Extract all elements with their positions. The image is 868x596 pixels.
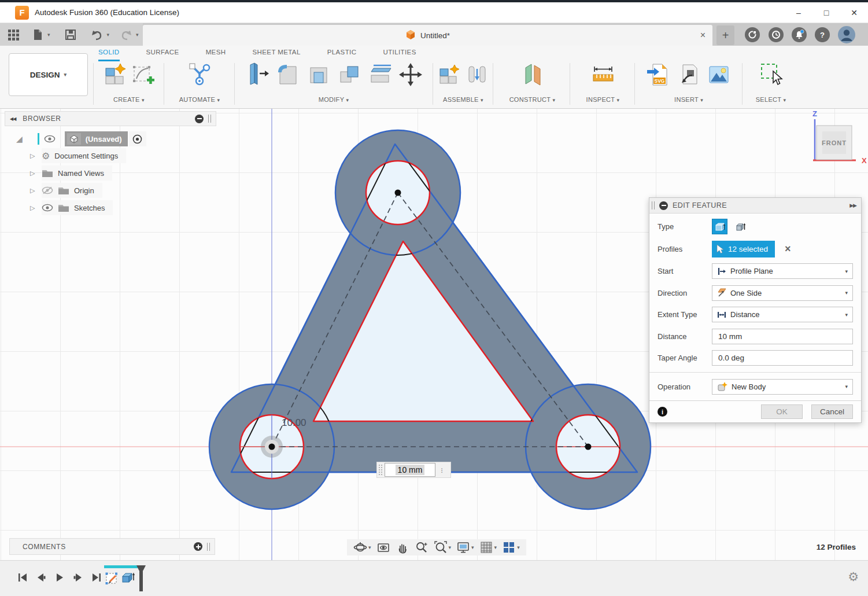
user-avatar[interactable] [838,26,855,43]
tab-solid[interactable]: SOLID [98,49,120,61]
dimension-options-icon[interactable]: ⁝ [435,466,448,474]
dialog-grip[interactable] [652,201,655,209]
job-status-clock-icon[interactable] [769,27,784,42]
clear-selection-icon[interactable]: × [785,244,791,254]
sidebar-item-named-views[interactable]: ▷ Named Views [5,164,216,182]
pan-tool[interactable] [394,540,411,554]
go-to-end-button[interactable] [89,570,104,585]
workspace-selector[interactable]: DESIGN ▾ [9,53,88,96]
notifications-bell-icon[interactable] [792,27,807,42]
app-grid-icon[interactable] [7,28,20,41]
orbit-tool[interactable]: ▾ [352,540,373,554]
select-tool-icon[interactable] [758,62,784,87]
insert-svg-icon[interactable]: SVG [646,62,671,87]
group-label-assemble[interactable]: ASSEMBLE ▾ [435,96,492,103]
view-cube-label[interactable]: FRONT [822,139,847,146]
browser-header[interactable]: ◀◀ BROWSER [5,111,216,126]
tab-utilities[interactable]: UTILITIES [383,49,416,61]
dialog-minimize-icon[interactable] [659,201,668,210]
joint-icon[interactable] [464,62,490,87]
center-point[interactable] [395,190,401,196]
fillet-icon[interactable] [275,62,301,87]
group-label-select[interactable]: SELECT ▾ [745,96,797,103]
construct-plane-icon[interactable] [520,62,545,87]
window-minimize-button[interactable]: – [785,3,812,23]
new-tab-button[interactable]: + [716,25,734,45]
operation-dropdown[interactable]: New Body ▾ [712,379,853,395]
combine-icon[interactable] [337,62,362,87]
redo-caret-icon[interactable]: ▾ [136,32,139,38]
direction-dropdown[interactable]: One Side ▾ [712,285,853,301]
derive-icon[interactable] [676,62,701,87]
view-cube[interactable]: FRONT Z X [812,109,867,165]
browser-collapse-icon[interactable]: ◀◀ [10,116,16,122]
timeline-playhead[interactable] [136,565,146,591]
play-button[interactable] [52,570,67,585]
profiles-selection-chip[interactable]: 12 selected [712,241,775,257]
timeline-settings-gear-icon[interactable]: ⚙ [848,570,859,584]
timeline-sketch-feature[interactable] [104,570,120,590]
look-at-tool[interactable] [375,540,392,554]
group-label-construct[interactable]: CONSTRUCT ▾ [496,96,568,103]
dimension-label[interactable]: 10.00 [282,417,306,428]
timeline-extrude-feature[interactable] [120,570,136,590]
group-label-create[interactable]: CREATE ▾ [95,96,163,103]
visibility-eye-icon[interactable] [44,135,56,143]
cancel-button[interactable]: Cancel [811,404,853,419]
group-label-inspect[interactable]: INSPECT ▾ [572,96,633,103]
new-component-icon[interactable] [437,62,462,87]
sidebar-item-document-settings[interactable]: ▷ ⚙ Document Settings [5,147,216,164]
sketch-origin[interactable] [261,436,283,458]
tab-sheet-metal[interactable]: SHEET METAL [252,49,300,61]
dimension-input[interactable]: 10 mm [385,463,435,477]
sidebar-item-origin[interactable]: ▷ Origin [5,182,216,199]
browser-grip[interactable] [208,115,211,123]
window-maximize-button[interactable]: □ [812,3,840,23]
root-document[interactable]: (Unsaved) [65,131,128,146]
extensions-icon[interactable] [745,27,760,42]
comments-grip[interactable] [207,543,210,551]
dimension-drag-handle[interactable] [378,464,383,476]
step-forward-button[interactable] [71,570,86,585]
center-point[interactable] [585,444,592,450]
fit-view-tool[interactable]: ▾ [432,540,453,554]
file-menu-caret-icon[interactable]: ▾ [47,32,50,38]
file-menu-icon[interactable] [31,28,44,41]
expand-chevron-icon[interactable]: ▷ [30,170,37,177]
move-copy-icon[interactable] [398,62,423,87]
expand-chevron-icon[interactable]: ▷ [30,152,37,160]
comments-panel-header[interactable]: COMMENTS [9,538,215,555]
expand-chevron-icon[interactable]: ▷ [30,204,37,212]
document-tab[interactable]: Untitled* × [143,25,712,46]
visibility-eye-icon[interactable] [42,204,53,212]
group-label-modify[interactable]: MODIFY ▾ [236,96,431,103]
help-icon[interactable]: ? [815,27,830,42]
measure-icon[interactable] [590,62,616,87]
browser-minimize-icon[interactable] [195,115,204,123]
group-label-insert[interactable]: INSERT ▾ [637,96,740,103]
automate-icon[interactable] [187,62,212,87]
sidebar-item-sketches[interactable]: ▷ Sketches [5,199,216,216]
step-back-button[interactable] [34,570,49,585]
root-expand-icon[interactable]: ◢ [16,134,23,144]
new-solid-icon[interactable] [102,62,128,87]
type-extrude-solid-button[interactable] [712,219,727,234]
ok-button[interactable]: OK [761,404,803,419]
canvas-image-icon[interactable] [706,62,732,87]
shell-icon[interactable] [306,62,331,87]
distance-input[interactable] [712,329,853,344]
tab-plastic[interactable]: PLASTIC [327,49,357,61]
tab-mesh[interactable]: MESH [206,49,226,61]
press-pull-icon[interactable] [245,62,270,87]
expand-chevron-icon[interactable]: ▷ [30,187,37,194]
grid-snap-tool[interactable]: ▾ [478,540,499,554]
extent-type-dropdown[interactable]: Distance ▾ [712,307,853,322]
save-icon[interactable] [64,28,77,41]
visibility-off-eye-icon[interactable] [42,186,53,194]
undo-caret-icon[interactable]: ▾ [107,32,110,38]
activate-component-icon[interactable] [129,131,146,146]
create-sketch-icon[interactable] [130,62,156,87]
model-canvas[interactable]: 10.00 FRONT Z X ◀◀ BROWSER ◢ [0,109,868,560]
dialog-header[interactable]: EDIT FEATURE ▶▶ [649,198,861,214]
window-close-button[interactable]: ✕ [840,3,868,23]
